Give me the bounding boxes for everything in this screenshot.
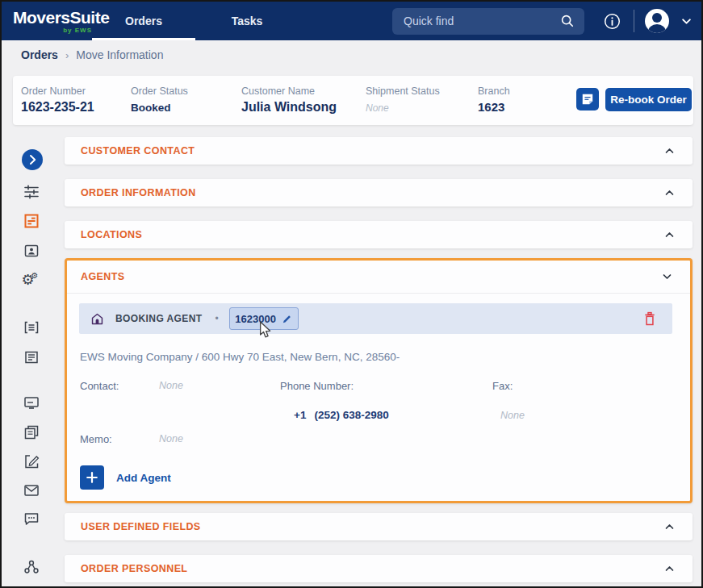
sidebar-item-share[interactable] [23,558,40,576]
agent-type-label: BOOKING AGENT [115,313,202,324]
shipment-status-label: Shipment Status [366,85,440,97]
section-customer-contact[interactable]: CUSTOMER CONTACT [65,137,693,165]
section-locations[interactable]: LOCATIONS [65,221,693,248]
tab-tasks[interactable]: Tasks [195,2,299,40]
breadcrumb-orders[interactable]: Orders [21,48,58,61]
agent-id-value: 1623000 [235,313,276,325]
fax-value: None [500,410,525,421]
chevron-up-icon[interactable] [664,190,675,196]
brand-subtitle: by EWS [13,27,92,34]
agents-section-header[interactable]: AGENTS [67,261,690,294]
sidebar-item-tune[interactable] [23,183,40,201]
customer-name-value: Julia Windsong [241,100,337,114]
tune-icon [23,183,40,201]
section-order-information[interactable]: ORDER INFORMATION [65,179,693,206]
sidebar-item-customer[interactable] [23,242,40,260]
expand-circle-icon [22,149,43,170]
chevron-down-icon[interactable] [662,273,672,280]
top-navigation-bar: MoversSuite by EWS Orders Tasks [2,2,701,40]
trash-icon [643,311,656,326]
agent-address: EWS Moving Company / 600 Hwy 70 East, Ne… [80,351,400,363]
order-number-label: Order Number [21,85,94,97]
section-title: LOCATIONS [81,229,142,240]
order-form-icon [23,212,40,230]
chevron-up-icon[interactable] [664,231,675,238]
breadcrumb: Orders › Move Information [21,48,163,61]
booking-agent-row: BOOKING AGENT • 1623000 [79,303,672,334]
quick-find-box[interactable] [392,8,584,35]
settings-gears-icon: ⚙⚙ [21,273,41,287]
moverssuite-app-window: MoversSuite by EWS Orders Tasks Orders ›… [0,0,703,588]
memo-label: Memo: [80,433,112,445]
sidebar-item-news[interactable] [23,348,40,366]
shipment-status-field: Shipment Status None [366,85,440,115]
sidebar-item-monitor[interactable] [23,394,40,411]
sidebar-item-move-information-active[interactable] [23,212,40,230]
breadcrumb-move-information: Move Information [76,48,163,61]
chat-icon [23,510,40,528]
chevron-up-icon[interactable] [664,565,675,572]
phone-value: +1(252) 638-2980 [294,409,389,421]
section-title: ORDER INFORMATION [81,187,196,198]
monitor-text-icon [23,394,40,411]
order-status-field: Order Status Booked [131,85,188,115]
delete-agent-button[interactable] [643,311,656,326]
section-title: CUSTOMER CONTACT [81,145,195,156]
section-order-personnel[interactable]: ORDER PERSONNEL [65,555,693,582]
contact-value: None [159,380,183,391]
phone-number: (252) 638-2980 [314,409,388,421]
add-agent-button[interactable] [80,465,104,490]
contact-label: Contact: [80,380,119,392]
clipboard-edit-icon [23,452,40,470]
order-summary-bar: Order Number 1623-235-21 Order Status Bo… [13,76,693,125]
branch-label: Branch [478,85,510,97]
memo-value: None [159,433,183,444]
search-icon[interactable] [560,14,575,28]
sidebar-item-documents[interactable] [23,423,40,441]
chevron-down-icon[interactable] [681,18,692,25]
section-user-defined-fields[interactable]: USER DEFINED FIELDS [65,513,693,540]
section-title: AGENTS [81,271,125,282]
order-notes-button[interactable] [576,88,599,111]
add-agent-label[interactable]: Add Agent [116,472,171,484]
section-title: ORDER PERSONNEL [81,563,187,574]
order-status-value: Booked [131,102,171,114]
sidebar-item-summary-list[interactable] [23,319,40,336]
sidebar-item-edit-note[interactable] [23,452,40,470]
info-icon[interactable] [604,13,621,30]
order-number-field: Order Number 1623-235-21 [21,85,94,115]
app-logo: MoversSuite by EWS [2,9,92,34]
sidebar-item-mail[interactable] [23,482,40,499]
rebook-order-button[interactable]: Re-book Order [605,88,692,111]
quick-find-input[interactable] [404,15,560,27]
sidebar-expand-button[interactable] [22,149,43,170]
order-number-value: 1623-235-21 [21,100,94,114]
branch-value: 1623 [478,100,504,114]
shipment-status-value: None [366,102,389,114]
note-icon [581,93,594,106]
account-box-icon [23,242,40,260]
chevron-up-icon[interactable] [664,523,675,530]
customer-name-label: Customer Name [241,85,337,97]
agent-separator-dot: • [215,313,218,324]
phone-label: Phone Number: [280,380,354,392]
sidebar-item-settings[interactable]: ⚙⚙ [23,271,40,289]
share-icon [23,558,40,576]
agent-id-chip[interactable]: 1623000 [229,307,299,330]
section-agents: AGENTS BOOKING AGENT • 1623000 [65,258,693,503]
sidebar-item-chat[interactable] [23,510,40,528]
branch-field: Branch 1623 [478,85,510,115]
breadcrumb-separator: › [65,49,69,61]
list-bracket-icon [23,319,40,336]
customer-name-field: Customer Name Julia Windsong [241,85,337,115]
nav-divider [634,10,634,32]
plus-icon [86,472,98,483]
tab-orders[interactable]: Orders [92,2,195,40]
brand-name: MoversSuite [13,9,92,27]
copy-icon [23,423,40,441]
home-icon [90,312,104,326]
fax-label: Fax: [492,380,513,392]
pencil-icon[interactable] [282,314,292,324]
chevron-up-icon[interactable] [664,148,675,154]
avatar-icon[interactable] [645,9,669,33]
